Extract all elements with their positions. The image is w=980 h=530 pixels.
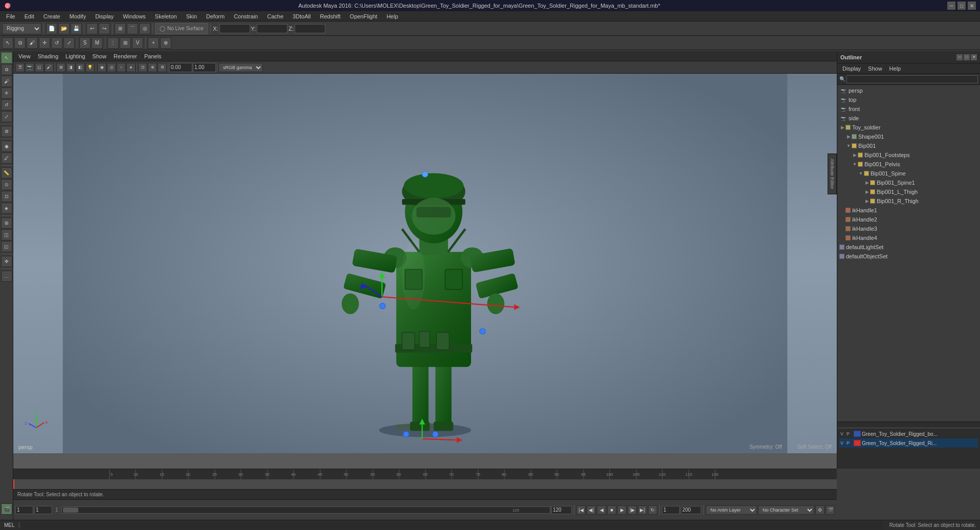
scale-tool-btn[interactable]: ⤢: [63, 37, 75, 49]
vp-menu-shading[interactable]: Shading: [35, 52, 61, 60]
minimize-button[interactable]: ─: [947, 2, 955, 10]
vp-shade1-btn[interactable]: ◉: [97, 63, 106, 72]
outliner-item-footsteps[interactable]: ▶ Bip001_Footsteps: [837, 150, 980, 160]
show-manip-btn[interactable]: M: [92, 37, 103, 49]
channel-row-2[interactable]: V P Green_Toy_Soldier_Rigged_Ri...: [839, 438, 978, 448]
outliner-horizontal-scrollbar[interactable]: [837, 422, 980, 428]
mel-input[interactable]: [21, 521, 883, 529]
undo-btn[interactable]: ↩: [86, 23, 98, 34]
anim-icon-btn[interactable]: 🎬: [826, 505, 835, 515]
redo-btn[interactable]: ↪: [99, 23, 110, 34]
playback-start-input[interactable]: [662, 506, 680, 514]
outliner-menu-show[interactable]: Show: [865, 64, 885, 73]
timeline-start-input[interactable]: [15, 506, 33, 514]
menu-redshift[interactable]: Redshift: [316, 12, 344, 20]
outliner-content[interactable]: 📷 persp 📷 top 📷 front 📷 side ▶ Toy_soldi…: [837, 85, 980, 422]
vp-sel-all-btn[interactable]: ☰: [15, 63, 25, 72]
left-paint-btn[interactable]: 🖌: [1, 76, 12, 87]
outliner-item-spine[interactable]: ▼ Bip001_Spine: [837, 169, 980, 178]
menu-create[interactable]: Create: [39, 12, 64, 20]
expand-spine1-btn[interactable]: ▶: [864, 180, 870, 186]
snap-point-btn[interactable]: ◎: [139, 23, 150, 34]
outliner-restore-btn[interactable]: □: [964, 54, 970, 60]
left-cluster-btn[interactable]: ◈: [1, 203, 12, 214]
live-surface-btn[interactable]: ◯ No Live Surface: [155, 23, 208, 34]
plus-tool-btn[interactable]: +: [148, 37, 159, 49]
left-sculpt-btn[interactable]: ◉: [1, 141, 12, 152]
outliner-item-defaultobjectset[interactable]: defaultObjectSet: [837, 252, 980, 261]
expand-footsteps-btn[interactable]: ▶: [852, 152, 858, 158]
outliner-close-btn[interactable]: ✕: [971, 54, 977, 60]
vp-light-btn[interactable]: 💡: [85, 63, 95, 72]
left-select-btn[interactable]: ↖: [1, 52, 12, 63]
z-input[interactable]: [295, 24, 325, 33]
expand-spine-btn[interactable]: ▼: [858, 170, 864, 176]
outliner-item-persp[interactable]: 📷 persp: [837, 86, 980, 95]
outliner-item-defaultlightset[interactable]: defaultLightSet: [837, 242, 980, 252]
left-rotate-btn[interactable]: ↺: [1, 99, 12, 111]
vp-val1-input[interactable]: [169, 63, 192, 72]
x-input[interactable]: [219, 24, 250, 33]
vp-tex-btn[interactable]: ◧: [76, 63, 85, 72]
outliner-item-ikhandle3[interactable]: ikHandle3: [837, 224, 980, 233]
lasso-tool-btn[interactable]: ⧉: [14, 37, 26, 49]
new-scene-btn[interactable]: 📄: [46, 23, 57, 34]
vp-uv-btn[interactable]: ◨: [66, 63, 75, 72]
outliner-minimize-btn[interactable]: ─: [956, 54, 963, 60]
outliner-item-bip001[interactable]: ▼ Bip001: [837, 141, 980, 150]
outliner-menu-help[interactable]: Help: [886, 64, 904, 73]
timeline-current-input[interactable]: [34, 506, 52, 514]
menu-3dtoall[interactable]: 3DtoAll: [288, 12, 315, 20]
vp-val2-input[interactable]: [193, 63, 216, 72]
timeline-end-input[interactable]: [551, 506, 572, 514]
menu-skin[interactable]: Skin: [182, 12, 201, 20]
loop-btn[interactable]: ↻: [648, 505, 657, 515]
menu-display[interactable]: Display: [91, 12, 118, 20]
outliner-item-side[interactable]: 📷 side: [837, 114, 980, 123]
rotate-tool-btn[interactable]: ↺: [51, 37, 62, 49]
left-ik-btn[interactable]: ⊡: [1, 191, 12, 202]
vp-camera-btn[interactable]: 📷: [25, 63, 34, 72]
snap-grid2-btn[interactable]: ⊞: [120, 37, 131, 49]
expand-bip001-btn[interactable]: ▼: [845, 143, 852, 149]
gamma-dropdown[interactable]: sRGB gamma: [218, 63, 263, 72]
timeline-bar[interactable]: [13, 479, 837, 490]
outliner-item-r-thigh[interactable]: ▶ Bip001_R_Thigh: [837, 196, 980, 206]
left-joints-btn[interactable]: ⊙: [1, 179, 12, 190]
vp-menu-lighting[interactable]: Lighting: [62, 52, 88, 60]
outliner-item-top[interactable]: 📷 top: [837, 95, 980, 104]
expand-r-thigh-btn[interactable]: ▶: [864, 198, 870, 204]
outliner-item-pelvis[interactable]: ▼ Bip001_Pelvis: [837, 160, 980, 169]
menu-file[interactable]: File: [2, 12, 19, 20]
stop-btn[interactable]: ■: [607, 505, 616, 515]
menu-deform[interactable]: Deform: [202, 12, 229, 20]
left-lasso-btn[interactable]: ⧉: [1, 64, 12, 75]
vp-xform-btn[interactable]: ⊕: [148, 63, 157, 72]
play-back-btn[interactable]: ◀: [597, 505, 606, 515]
outliner-item-l-thigh[interactable]: ▶ Bip001_L_Thigh: [837, 187, 980, 196]
left-wire-btn[interactable]: ◱: [1, 241, 12, 252]
goto-start-btn[interactable]: |◀: [576, 505, 586, 515]
playback-end-input[interactable]: [681, 506, 701, 514]
snap-grid-btn[interactable]: ⊞: [115, 23, 126, 34]
range-bar[interactable]: 120: [61, 506, 550, 514]
maximize-button[interactable]: □: [957, 2, 966, 10]
vp-menu-view[interactable]: View: [15, 52, 34, 60]
left-camera-btn[interactable]: 🎬: [1, 503, 12, 515]
left-xray-btn[interactable]: ⊞: [1, 217, 12, 229]
left-move-btn[interactable]: ✛: [1, 87, 12, 99]
expand-l-thigh-btn[interactable]: ▶: [864, 189, 870, 195]
outliner-item-toy-soldier[interactable]: ▶ Toy_soldier: [837, 123, 980, 132]
left-scale-btn[interactable]: ⤢: [1, 111, 12, 122]
paint-sel-btn[interactable]: 🖌: [27, 37, 38, 49]
play-fwd-btn[interactable]: ▶: [617, 505, 627, 515]
vp-snap-btn[interactable]: ⊡: [138, 63, 147, 72]
vp-shade3-btn[interactable]: ○: [117, 63, 126, 72]
character-set-dropdown[interactable]: No Character Set: [758, 505, 814, 515]
snap-curve-btn[interactable]: ⌒: [127, 23, 138, 34]
expand-toy-soldier-btn[interactable]: ▶: [839, 124, 845, 130]
channel-row-1[interactable]: V P Green_Toy_Soldier_Rigged_bo...: [839, 429, 978, 438]
save-scene-btn[interactable]: 💾: [71, 23, 82, 34]
left-measure-btn[interactable]: 📏: [1, 167, 12, 179]
left-paint2-btn[interactable]: 🖊: [1, 152, 12, 164]
